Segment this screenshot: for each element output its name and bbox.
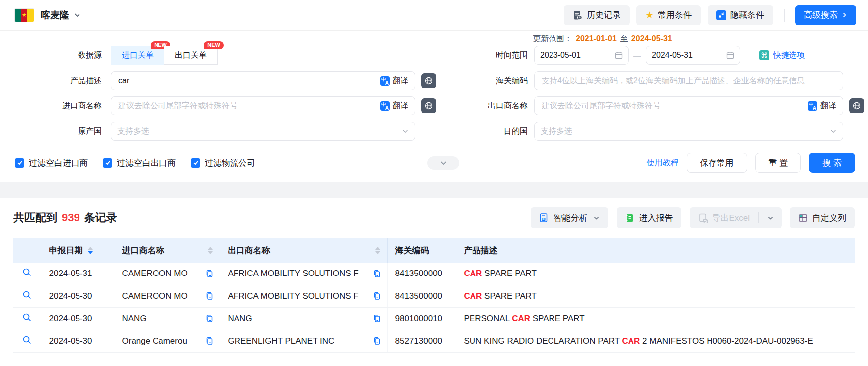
- save-conditions-button[interactable]: 保存常用: [687, 153, 747, 173]
- export-excel-label: 导出Excel: [712, 212, 750, 224]
- form-row-datasource-time: 数据源 进口关单 NEW 出口关单 NEW 时间范围 2023-05-01 — …: [0, 46, 868, 65]
- table-row: 2024-05-30 Orange Camerou GREENLIGHT PLA…: [13, 330, 855, 352]
- command-icon: ⌘: [759, 50, 769, 60]
- origin-select[interactable]: 支持多选: [111, 122, 415, 141]
- cell-hscode: 8527130000: [387, 330, 456, 352]
- history-button[interactable]: 历史记录: [564, 5, 630, 25]
- product-translate-button[interactable]: 中A 翻译: [376, 76, 413, 86]
- star-icon: ★: [645, 10, 654, 20]
- hscode-input-wrap: [534, 71, 843, 90]
- product-language-button[interactable]: [421, 73, 436, 88]
- date-from-input[interactable]: 2023-05-01: [534, 46, 629, 65]
- row-detail-search-icon[interactable]: [22, 290, 32, 300]
- copy-icon[interactable]: [205, 270, 214, 278]
- checkbox-checked-icon: [103, 158, 112, 168]
- datasource-label: 数据源: [0, 50, 102, 61]
- header-importer[interactable]: 进口商名称: [114, 238, 220, 263]
- country-name: 喀麦隆: [41, 9, 69, 22]
- export-options-button[interactable]: [759, 207, 782, 228]
- row-detail-search-icon[interactable]: [22, 335, 32, 345]
- tutorial-link[interactable]: 使用教程: [647, 158, 679, 168]
- globe-icon: [424, 76, 433, 85]
- sort-exporter[interactable]: [375, 247, 380, 254]
- form-row-product-hscode: 产品描述 中A 翻译 海关编码: [0, 71, 868, 90]
- header-declaration-date[interactable]: 申报日期: [41, 238, 114, 263]
- row-detail-search-icon[interactable]: [22, 313, 32, 322]
- results-count: 共匹配到 939 条记录: [13, 210, 117, 225]
- smart-analysis-button[interactable]: BI 智能分析: [531, 207, 608, 228]
- checkbox-checked-icon: [15, 158, 24, 168]
- date-from-value: 2023-05-01: [540, 51, 581, 60]
- header-exporter[interactable]: 出口商名称: [220, 238, 387, 263]
- quick-options-link[interactable]: ⌘ 快捷选项: [759, 50, 805, 61]
- checkbox-filter-logistics[interactable]: 过滤物流公司: [191, 157, 255, 169]
- hscode-input[interactable]: [541, 76, 837, 86]
- search-button[interactable]: 搜 索: [809, 153, 855, 173]
- excel-export-icon: [698, 213, 708, 223]
- importer-translate-button[interactable]: 中A 翻译: [376, 101, 413, 111]
- tab-import-declarations[interactable]: 进口关单 NEW: [111, 46, 164, 65]
- sort-importer[interactable]: [208, 247, 213, 254]
- advanced-search-button[interactable]: 高级搜索: [795, 5, 856, 25]
- translate-icon: 中A: [380, 76, 390, 86]
- columns-icon: [798, 213, 808, 223]
- favorites-button[interactable]: ★ 常用条件: [636, 5, 701, 25]
- checkbox-filter-blank-importer[interactable]: 过滤空白进口商: [15, 157, 88, 169]
- chevron-right-icon: [841, 12, 848, 18]
- sort-date[interactable]: [88, 247, 93, 254]
- translate-label: 翻译: [393, 76, 408, 86]
- destination-label: 目的国: [436, 126, 528, 137]
- exporter-input[interactable]: [541, 101, 803, 111]
- exporter-translate-button[interactable]: 中A 翻译: [803, 101, 841, 111]
- date-to-value: 2024-05-31: [652, 51, 693, 60]
- copy-icon[interactable]: [373, 314, 381, 323]
- copy-icon[interactable]: [373, 270, 381, 278]
- product-input[interactable]: [117, 76, 376, 86]
- checkbox-filter-blank-exporter[interactable]: 过滤空白出口商: [103, 157, 176, 169]
- country-dropdown[interactable]: [74, 11, 81, 19]
- keyword-highlight: CAR: [512, 314, 530, 323]
- checkbox-label: 过滤空白出口商: [117, 157, 176, 169]
- bi-analysis-icon: BI: [539, 213, 549, 223]
- translate-label: 翻译: [820, 101, 836, 111]
- destination-select[interactable]: 支持多选: [534, 122, 843, 141]
- row-detail-search-icon[interactable]: [22, 268, 32, 277]
- results-table: 申报日期 进口商名称 出口商名称 海关编码 产品描述 2024-05-31 CA…: [13, 238, 855, 353]
- destination-placeholder: 支持多选: [541, 126, 572, 137]
- copy-icon[interactable]: [373, 292, 381, 300]
- copy-icon[interactable]: [373, 337, 381, 345]
- copy-icon[interactable]: [205, 337, 214, 345]
- cameroon-flag-icon: ★: [15, 9, 34, 22]
- cell-date: 2024-05-30: [41, 330, 114, 352]
- checkbox-label: 过滤物流公司: [205, 157, 255, 169]
- reset-button[interactable]: 重 置: [755, 153, 801, 173]
- origin-label: 原产国: [0, 126, 102, 137]
- section-divider-band: [0, 182, 868, 198]
- customize-columns-button[interactable]: 自定义列: [790, 207, 855, 228]
- chevron-down-icon: [74, 11, 81, 19]
- exporter-input-wrap: 中A 翻译: [534, 96, 843, 115]
- datasource-tabs: 进口关单 NEW 出口关单 NEW: [111, 46, 218, 65]
- importer-input-wrap: 中A 翻译: [111, 96, 415, 115]
- copy-icon[interactable]: [205, 292, 214, 300]
- copy-icon[interactable]: [205, 314, 214, 323]
- form-row-importer-exporter: 进口商名称 中A 翻译 出口商名称 中A 翻译: [0, 96, 868, 115]
- count-prefix: 共匹配到: [13, 210, 57, 225]
- hide-conditions-button[interactable]: 隐藏条件: [708, 5, 773, 25]
- importer-language-button[interactable]: [421, 98, 436, 113]
- advanced-search-label: 高级搜索: [804, 9, 838, 21]
- date-to-input[interactable]: 2024-05-31: [646, 46, 740, 65]
- update-range-from: 2021-01-01: [576, 34, 617, 43]
- globe-icon: [424, 101, 433, 110]
- chevron-down-icon: [593, 215, 600, 221]
- cell-exporter: GREENLIGHT PLANET INC: [228, 336, 335, 346]
- importer-input[interactable]: [117, 101, 376, 111]
- enter-report-button[interactable]: 进入报告: [617, 207, 681, 228]
- product-input-wrap: 中A 翻译: [111, 71, 415, 90]
- export-excel-button[interactable]: 导出Excel: [690, 207, 758, 228]
- exporter-language-button[interactable]: [849, 98, 864, 113]
- cell-date: 2024-05-30: [41, 285, 114, 307]
- tab-export-declarations[interactable]: 出口关单 NEW: [164, 46, 218, 65]
- collapse-form-button[interactable]: [427, 156, 459, 170]
- translate-icon: 中A: [808, 101, 817, 111]
